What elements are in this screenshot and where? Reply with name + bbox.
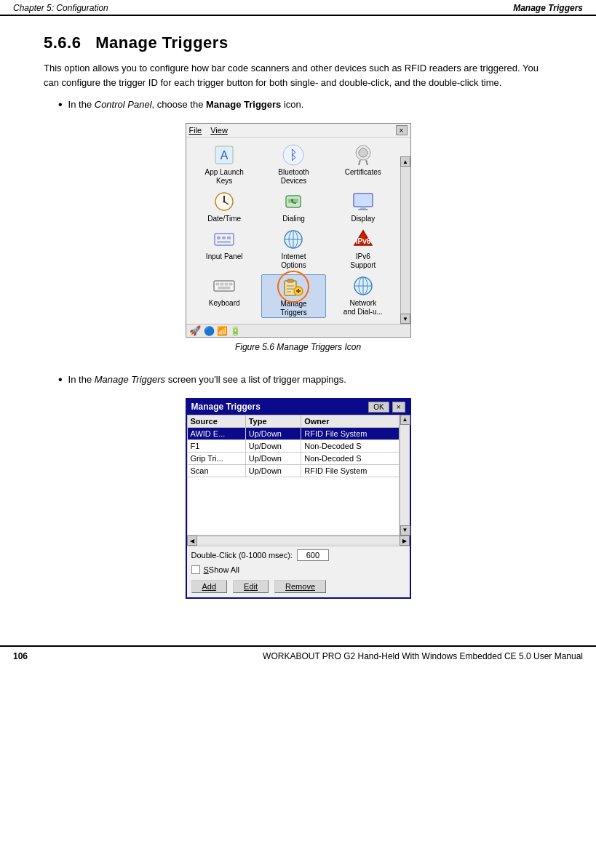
app-launch-icon: A (212, 143, 236, 167)
cp-icon-ipv6[interactable]: IPv6 IPv6Support (330, 228, 395, 270)
mt-title: Manage Triggers (191, 402, 261, 412)
cp-titlebar: File View × (186, 124, 410, 138)
mt-showall-row: SShow All (187, 564, 410, 577)
mt-ok-button[interactable]: OK (368, 402, 389, 413)
mt-scroll-up[interactable]: ▲ (400, 415, 410, 425)
section-title: 5.6.6 Manage Triggers (44, 33, 552, 52)
mt-add-button[interactable]: Add (191, 580, 228, 593)
manage-triggers-icon (282, 275, 305, 298)
svg-rect-16 (360, 207, 366, 209)
bluetooth-label: BluetoothDevices (278, 168, 309, 186)
control-panel-window: File View × A (186, 123, 411, 338)
mt-triggers-table: Source Type Owner AWID E...Up/DownRFID F… (187, 415, 400, 477)
cp-status-icons: 🔵 📶 🔋 (204, 326, 241, 336)
cp-icon-network[interactable]: Networkand Dial-u... (330, 274, 395, 318)
svg-line-7 (366, 160, 367, 165)
svg-rect-36 (287, 279, 293, 282)
manage-triggers-italic: Manage Triggers (95, 374, 165, 385)
mt-cell-owner-2: Non-Decoded S (301, 452, 399, 464)
cp-icon-certificates[interactable]: Certificates (330, 143, 395, 186)
dialing-label: Dialing (282, 215, 305, 223)
bullet-dot-2: • (58, 373, 63, 388)
svg-text:IPv6: IPv6 (356, 237, 371, 245)
mt-remove-button[interactable]: Remove (274, 580, 326, 593)
section-label: Manage Triggers (513, 3, 583, 13)
figure-1-container: File View × A (44, 123, 552, 362)
internet-options-label: InternetOptions (281, 252, 306, 270)
cp-scroll-area: A App LaunchKeys ᛒ (186, 138, 410, 324)
cp-menu-view[interactable]: View (210, 126, 228, 135)
network-icon (351, 274, 375, 298)
mt-table-row[interactable]: ScanUp/DownRFID File System (187, 464, 399, 477)
page-number: 106 (13, 651, 28, 661)
cp-close-button[interactable]: × (396, 125, 408, 135)
mt-table-row[interactable]: Grip Tri...Up/DownNon-Decoded S (187, 452, 399, 464)
figure-2-container: Manage Triggers OK × Source Type Owner (44, 398, 552, 599)
mt-cell-owner-0: RFID File System (301, 427, 399, 439)
bullet-text-1: In the Control Panel, choose the Manage … (68, 97, 304, 112)
mt-title-buttons: OK × (368, 402, 405, 413)
cp-scroll-up[interactable]: ▲ (400, 156, 410, 167)
page-footer: 106 WORKABOUT PRO G2 Hand-Held With Wind… (0, 645, 596, 666)
display-icon (351, 190, 375, 213)
mt-cell-owner-3: RFID File System (301, 464, 399, 477)
cp-start-icon[interactable]: 🚀 (189, 325, 201, 336)
mt-showall-checkbox[interactable] (191, 565, 200, 574)
mt-cell-type-3: Up/Down (245, 464, 301, 477)
mt-table-wrap: Source Type Owner AWID E...Up/DownRFID F… (187, 415, 400, 535)
cp-scrollbar[interactable]: ▲ ▼ (400, 156, 410, 324)
mt-cell-source-2: Grip Tri... (187, 452, 245, 464)
mt-scroll-down[interactable]: ▼ (400, 525, 410, 535)
mt-dblclick-input[interactable] (297, 549, 329, 561)
cp-icon-internet-options[interactable]: InternetOptions (261, 228, 326, 270)
mt-cell-source-1: F1 (187, 439, 245, 452)
cp-icon-datetime[interactable]: Date/Time (192, 190, 257, 223)
mt-table-row[interactable]: F1Up/DownNon-Decoded S (187, 439, 399, 452)
cp-icon-dialing[interactable]: 📞 Dialing (261, 190, 326, 223)
svg-rect-31 (220, 283, 223, 285)
mt-action-buttons: Add Edit Remove (187, 577, 410, 597)
mt-close-button[interactable]: × (392, 402, 405, 413)
datetime-icon (212, 190, 236, 213)
mt-cell-source-0: AWID E... (187, 427, 245, 439)
svg-rect-15 (354, 194, 373, 207)
dialing-icon: 📞 (282, 190, 305, 213)
cp-icon-display[interactable]: Display (330, 190, 395, 223)
svg-rect-20 (222, 236, 226, 239)
cp-icon-input-panel[interactable]: Input Panel (192, 228, 257, 270)
svg-rect-19 (217, 236, 220, 239)
cp-menu-file[interactable]: File (189, 126, 202, 135)
bullet-dot-1: • (58, 97, 63, 113)
footer-text: WORKABOUT PRO G2 Hand-Held With Windows … (263, 651, 583, 661)
cp-icon-bluetooth[interactable]: ᛒ BluetoothDevices (261, 143, 326, 186)
cp-status-icon-2: 📶 (217, 326, 228, 336)
input-panel-label: Input Panel (206, 252, 243, 261)
mt-edit-button[interactable]: Edit (233, 580, 269, 593)
svg-rect-17 (358, 209, 368, 210)
mt-showall-label: SShow All (204, 565, 240, 574)
mt-hscroll-right[interactable]: ▶ (400, 535, 410, 546)
mt-hscroll-left[interactable]: ◀ (187, 535, 197, 546)
svg-rect-32 (225, 283, 228, 285)
mt-cell-source-3: Scan (187, 464, 245, 477)
cp-status-icon-3: 🔋 (230, 326, 241, 336)
mt-empty-area (187, 477, 400, 535)
intro-paragraph: This option allows you to configure how … (44, 61, 552, 90)
mt-table-row[interactable]: AWID E...Up/DownRFID File System (187, 427, 399, 439)
bullet-text-2: In the Manage Triggers screen you'll see… (68, 373, 346, 387)
mt-dblclick-row: Double-Click (0-1000 msec): (187, 546, 410, 564)
mt-hscroll-track (197, 537, 400, 544)
mt-scroll-track (400, 425, 410, 525)
mt-table-header: Source Type Owner (187, 415, 399, 427)
cp-icon-manage-triggers[interactable]: ManageTriggers (261, 274, 326, 318)
cp-scroll-down[interactable]: ▼ (400, 314, 410, 324)
mt-vscrollbar[interactable]: ▲ ▼ (400, 415, 410, 535)
figure-1-caption: Figure 5.6 Manage Triggers Icon (235, 342, 361, 352)
manage-triggers-bold: Manage Triggers (206, 99, 281, 110)
mt-dblclick-label: Double-Click (0-1000 msec): (191, 551, 293, 560)
cp-icon-app-launch[interactable]: A App LaunchKeys (192, 143, 257, 186)
display-label: Display (351, 215, 375, 223)
cp-icon-keyboard[interactable]: Keyboard (192, 274, 257, 318)
internet-options-icon (282, 228, 305, 251)
ipv6-icon: IPv6 (351, 228, 375, 251)
